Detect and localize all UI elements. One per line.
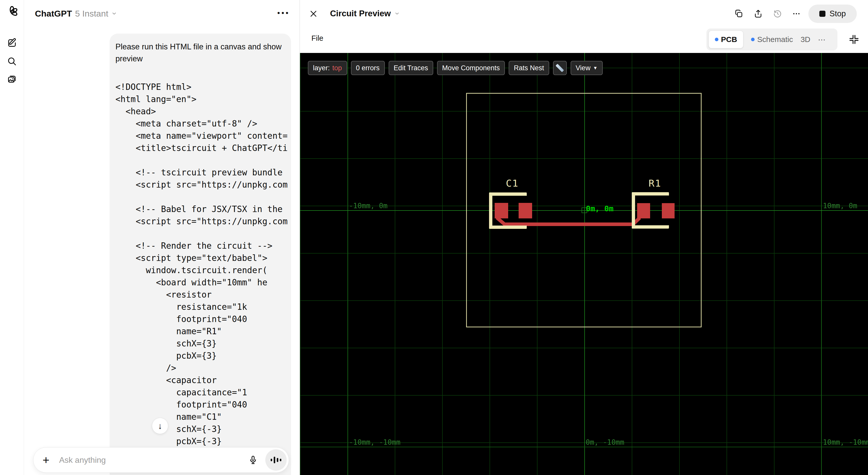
tab-schematic[interactable]: Schematic [751,35,793,44]
pencil-tool-button[interactable] [553,61,567,75]
view-dropdown-button[interactable]: View ▼ [570,61,603,75]
search-icon[interactable] [7,56,17,67]
chat-composer[interactable]: + Ask anything [33,447,289,473]
pcb-trace [300,53,868,475]
close-canvas-icon[interactable] [308,9,318,19]
down-arrow-icon: ↓ [158,421,162,431]
chat-model-switcher[interactable]: ChatGPT 5 Instant [35,8,117,19]
history-icon[interactable] [773,9,782,19]
chevron-down-icon [112,11,117,16]
attach-plus-icon[interactable]: + [42,454,50,466]
waveform-icon [271,459,272,461]
coord-label-mid-left: -10mm, 0m [349,202,388,210]
dictate-mic-icon[interactable] [247,454,259,466]
rats-nest-button[interactable]: Rats Nest [509,61,549,75]
user-message-bubble: Please run this HTML file in a canvas an… [110,34,291,475]
pad-c1-2[interactable] [519,203,532,218]
library-icon[interactable] [7,74,17,84]
chat-options-icon[interactable]: ••• [277,9,290,17]
share-icon[interactable] [753,9,763,19]
canvas-title-text: Circuit Preview [330,9,391,18]
openai-logo [6,6,18,18]
layer-value: top [332,64,342,72]
move-components-button[interactable]: Move Components [437,61,505,75]
coord-label-bottom-left: -10mm, -10mm [349,438,400,446]
file-menu[interactable]: File [311,34,323,42]
coord-label-origin: 0m, 0m [586,204,613,213]
canvas-title[interactable]: Circuit Preview [330,8,400,19]
pcb-toolbar: layer: top 0 errors Edit Traces Move Com… [308,61,603,75]
scroll-to-bottom-button[interactable]: ↓ [152,418,168,434]
pad-r1-1[interactable] [637,203,650,218]
chat-input[interactable]: Ask anything [59,455,247,465]
schematic-status-dot [751,38,754,41]
pad-c1-1[interactable] [495,203,508,218]
coord-label-bottom-center: 0m, -10mm [586,438,624,446]
user-message-text: Please run this HTML file in a canvas an… [116,41,289,65]
pencil-icon [556,64,564,72]
user-code-block: <!DOCTYPE html> <html lang="en"> <head> … [116,81,291,475]
stop-square-icon [819,11,826,17]
collapse-panel-icon[interactable] [848,34,860,45]
tab-more-icon[interactable]: ⋯ [818,35,826,44]
refdes-r1: R1 [649,178,661,189]
view-tabs: PCB Schematic 3D ⋯ [706,29,837,50]
tab-3d[interactable]: 3D [801,35,810,44]
voice-mode-button[interactable] [265,449,287,471]
sidebar [0,0,24,475]
chat-model: 5 Instant [75,9,108,19]
canvas-actions [734,6,801,22]
coord-label-mid-right: 10mm, 0m [823,202,857,210]
chevron-down-icon [394,11,400,16]
refdes-c1: C1 [506,178,519,189]
pad-r1-2[interactable] [662,203,675,218]
new-chat-icon[interactable] [7,38,17,48]
copy-icon[interactable] [734,9,744,19]
pcb-canvas[interactable]: C1 R1 0m, 0m -10mm, 0m 10mm, 0m -10mm, -… [300,53,868,475]
pcb-status-dot [715,38,718,41]
tab-pcb[interactable]: PCB [709,31,743,48]
errors-button[interactable]: 0 errors [351,61,385,75]
layer-button[interactable]: layer: top [308,61,347,75]
caret-down-icon: ▼ [593,65,598,71]
more-options-icon[interactable] [792,9,801,18]
coord-label-bottom-right: 10mm, -10mm [823,438,868,446]
edit-traces-button[interactable]: Edit Traces [389,61,433,75]
chat-brand: ChatGPT [35,9,72,19]
app-window: ChatGPT 5 Instant ••• Please run this HT… [0,0,868,475]
stop-button[interactable]: Stop [808,5,857,23]
